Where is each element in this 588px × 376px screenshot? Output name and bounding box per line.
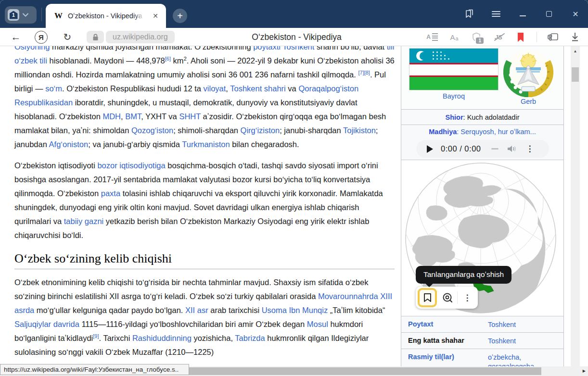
play-icon[interactable] bbox=[427, 145, 433, 153]
reference-superscript[interactable]: [6] bbox=[165, 56, 171, 62]
bookmark-page-icon[interactable] bbox=[514, 31, 527, 43]
reference-superscript[interactable]: [9] bbox=[93, 333, 99, 339]
article-link[interactable]: Mosul bbox=[307, 320, 328, 328]
official-languages-label-link[interactable]: Rasmiy til(lar) bbox=[408, 353, 454, 361]
flag-caption-link[interactable]: Bayroq bbox=[409, 92, 499, 100]
country-infobox: Bayroq bbox=[401, 46, 564, 366]
article-link[interactable]: Rashiduddinning bbox=[132, 334, 192, 342]
article-link[interactable]: [6] bbox=[165, 56, 171, 62]
article-link[interactable]: Qirgʻiziston bbox=[241, 126, 280, 135]
article-link[interactable]: Qoraqalpogʻiston Respublikasidan bbox=[14, 84, 358, 107]
largest-city-value-link[interactable]: Toshkent bbox=[488, 337, 516, 346]
article-link[interactable]: Saljuqiylar davrida bbox=[14, 320, 79, 328]
toolbar-divider bbox=[537, 32, 537, 42]
article-link[interactable]: soʻm bbox=[45, 84, 62, 93]
table-row: Poytaxt Toshkent bbox=[401, 316, 563, 333]
scroll-right-icon[interactable]: ▶ bbox=[583, 369, 586, 373]
article-link[interactable]: Tabrizda bbox=[235, 334, 265, 342]
official-languages-value-link[interactable]: oʻzbekcha, qoraqalpoqcha bbox=[488, 353, 534, 366]
titlebar-divider bbox=[41, 8, 42, 21]
bookmark-icon bbox=[423, 293, 432, 302]
protect-shield-icon[interactable]: 1 bbox=[470, 31, 483, 43]
article-link[interactable]: Turkmaniston bbox=[182, 140, 230, 149]
capital-label-link[interactable]: Poytaxt bbox=[408, 320, 433, 328]
article-paragraph: Osiyoning markaziy qismida joylashgan ma… bbox=[14, 46, 395, 151]
article-link[interactable]: MDH bbox=[102, 112, 121, 121]
minimize-icon[interactable] bbox=[516, 7, 529, 21]
article-paragraph: Oʻzbek etnonimining kelib chiqishi toʻgʻ… bbox=[14, 276, 395, 359]
article-link[interactable]: BMT bbox=[125, 112, 141, 121]
scroll-up-icon[interactable]: ▲ bbox=[571, 49, 580, 53]
page-title: Oʻzbekiston - Vikipediya bbox=[252, 28, 341, 46]
location-map-row: Tanlanganlarga qoʻshish bbox=[401, 160, 563, 316]
article-link[interactable]: Toshkent shahri bbox=[230, 84, 286, 93]
tab-ozbekiston[interactable]: W Oʻzbekiston - Vikipediya ✕ bbox=[46, 4, 166, 28]
tab-group-badge: 1 bbox=[8, 9, 19, 21]
refresh-button[interactable]: ↻ bbox=[61, 28, 74, 46]
page-content: Osiyoning markaziy qismida joylashgan ma… bbox=[0, 46, 588, 366]
anthem-label-link[interactable]: Madhiya bbox=[429, 128, 457, 136]
article-link[interactable]: XII asr bbox=[185, 306, 208, 314]
uzbekistan-flag-image[interactable] bbox=[409, 48, 499, 90]
article-link[interactable]: paxta bbox=[101, 189, 120, 198]
close-tab-icon[interactable]: ✕ bbox=[151, 11, 160, 21]
anthem-title-link[interactable]: : Serquyosh, hur oʻlkam... bbox=[457, 128, 536, 136]
article-link[interactable]: SHHT bbox=[179, 112, 201, 121]
passwords-key-icon[interactable] bbox=[547, 31, 559, 43]
motto-value: : Kuch adolatdadir bbox=[463, 113, 520, 121]
article-link[interactable]: Qozogʻiston bbox=[131, 126, 173, 135]
reference-superscript: 2 bbox=[184, 56, 187, 62]
vertical-scrollbar[interactable]: ▲ bbox=[571, 46, 580, 366]
yandex-home-icon[interactable]: Я bbox=[35, 31, 48, 44]
article-link[interactable]: Usoma Ibn Munqiz bbox=[262, 306, 328, 314]
seek-bar[interactable] bbox=[491, 148, 499, 150]
translate-icon[interactable]: A a bbox=[448, 31, 460, 43]
site-security-badge[interactable] bbox=[87, 31, 104, 43]
uzbekistan-emblem-image[interactable] bbox=[503, 47, 553, 97]
maximize-icon[interactable] bbox=[542, 7, 556, 21]
motto-label-link[interactable]: Shior bbox=[446, 113, 463, 121]
chevron-down-icon bbox=[23, 13, 28, 17]
toolbar: ← Я ↻ uz.wikipedia.org Oʻzbekiston - Vik… bbox=[0, 28, 588, 46]
reader-mode-icon[interactable]: A bbox=[426, 31, 438, 43]
add-to-favorites-button[interactable] bbox=[418, 288, 437, 307]
article-link[interactable]: viloyat bbox=[204, 84, 226, 93]
audio-player[interactable]: 0:00 / 0:00 ⋮ bbox=[416, 140, 549, 158]
tooltip-add-to-favorites: Tanlanganlarga qoʻshish bbox=[416, 266, 511, 284]
article-link[interactable]: bozor iqtisodiyotiga bbox=[97, 161, 165, 170]
article-link[interactable]: Afgʻoniston bbox=[49, 140, 89, 149]
anthem-row: Madhiya: Serquyosh, hur oʻlkam... 0:00 /… bbox=[401, 125, 563, 160]
volume-icon[interactable] bbox=[507, 145, 517, 153]
largest-city-label: Eng katta shahar bbox=[408, 337, 464, 344]
emblem-caption-link[interactable]: Gerb bbox=[503, 98, 553, 105]
article-link[interactable]: Tojikiston bbox=[343, 126, 376, 135]
bookmarks-panel-icon[interactable] bbox=[463, 7, 476, 21]
vertical-scrollbar-thumb[interactable] bbox=[572, 67, 579, 82]
image-more-menu[interactable]: ⋮ bbox=[458, 288, 477, 307]
camera-search-icon bbox=[442, 292, 453, 303]
javascript-disabled-icon[interactable]: JS bbox=[492, 31, 505, 43]
audio-menu-icon[interactable]: ⋮ bbox=[525, 144, 534, 154]
article-link[interactable]: tabiiy gazni bbox=[64, 217, 104, 226]
article-link[interactable]: poytaxti Toshkent bbox=[253, 46, 314, 51]
titlebar: 1 W Oʻzbekiston - Vikipediya ✕ + bbox=[0, 0, 588, 28]
downloads-icon[interactable] bbox=[569, 31, 581, 43]
address-bar[interactable]: uz.wikipedia.org bbox=[106, 31, 175, 43]
article-link[interactable]: [7][8] bbox=[358, 70, 370, 75]
new-tab-button[interactable]: + bbox=[173, 9, 187, 23]
infobox-images-row: Bayroq bbox=[401, 46, 563, 110]
capital-value-link[interactable]: Toshkent bbox=[488, 320, 516, 329]
audio-time: 0:00 / 0:00 bbox=[441, 144, 481, 153]
article-link[interactable]: [9] bbox=[93, 333, 99, 339]
article-link[interactable]: Osiyoning bbox=[14, 46, 50, 51]
browser-window: 1 W Oʻzbekiston - Vikipediya ✕ + bbox=[0, 0, 588, 376]
article-link[interactable]: tili oʻzbek tili bbox=[14, 46, 394, 65]
reference-superscript[interactable]: [7][8] bbox=[358, 70, 370, 75]
search-by-image-button[interactable] bbox=[438, 288, 457, 307]
back-button[interactable]: ← bbox=[10, 28, 22, 46]
tab-group-button[interactable]: 1 bbox=[5, 6, 37, 24]
lock-icon bbox=[92, 34, 99, 41]
table-row: Rasmiy til(lar) oʻzbekcha, qoraqalpoqcha bbox=[401, 349, 563, 366]
menu-icon[interactable] bbox=[489, 7, 503, 21]
close-window-icon[interactable]: ✕ bbox=[569, 7, 582, 21]
